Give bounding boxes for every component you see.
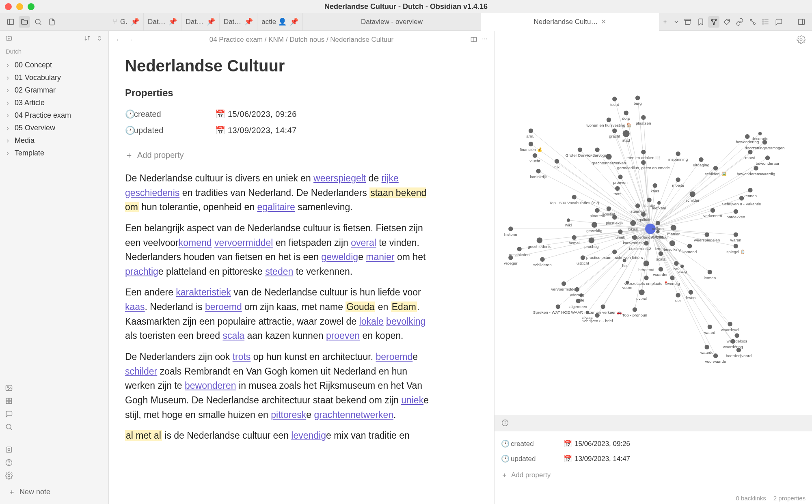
graph-node[interactable] — [612, 128, 617, 133]
graph-node[interactable] — [595, 147, 599, 152]
note-body[interactable]: De Nederlandse cultuur is divers en unie… — [125, 171, 437, 443]
graph-node[interactable] — [595, 313, 599, 317]
graph-node[interactable] — [748, 150, 752, 154]
graph-node[interactable] — [517, 247, 521, 251]
chat-icon[interactable] — [3, 408, 15, 420]
settings-icon[interactable] — [3, 470, 15, 481]
graph-node[interactable] — [754, 166, 758, 170]
link[interactable]: geschiedenis — [125, 187, 179, 198]
link[interactable]: beroemd — [376, 351, 413, 362]
graph-node[interactable] — [708, 325, 712, 329]
graph-node[interactable] — [635, 203, 640, 208]
graph-node[interactable] — [508, 226, 513, 231]
graph-node[interactable] — [641, 150, 646, 154]
graph-node[interactable] — [607, 206, 611, 211]
graph-node[interactable] — [607, 117, 611, 122]
image-icon[interactable] — [3, 382, 15, 394]
graph-node[interactable] — [653, 183, 657, 188]
folder-item[interactable]: ›05 Overview — [3, 122, 105, 134]
link[interactable]: trots — [233, 351, 251, 362]
graph-node[interactable] — [687, 244, 692, 248]
graph-node[interactable] — [676, 151, 680, 156]
graph-node[interactable] — [731, 339, 735, 343]
graph-node[interactable] — [641, 160, 646, 165]
tag-icon[interactable] — [721, 16, 732, 28]
graph-node[interactable] — [618, 174, 622, 179]
graph-node[interactable] — [690, 191, 695, 197]
link[interactable]: overal — [351, 237, 376, 248]
new-tab-icon[interactable]: ＋ — [659, 16, 671, 28]
graph-node[interactable] — [657, 201, 661, 205]
graph-node[interactable] — [748, 188, 752, 192]
graph-node[interactable] — [572, 195, 577, 199]
graph-node[interactable] — [529, 142, 533, 146]
graph-node[interactable] — [734, 244, 738, 248]
graph-node[interactable] — [626, 281, 629, 284]
graph-node[interactable] — [644, 261, 649, 266]
files-icon[interactable] — [19, 16, 30, 28]
graph-node[interactable] — [595, 208, 599, 213]
graph-node[interactable] — [529, 128, 533, 133]
graph-node[interactable] — [592, 222, 597, 228]
graph-node[interactable] — [633, 307, 637, 312]
pinned-tab[interactable]: ⑂ G. 📌 — [109, 13, 144, 31]
graph-node[interactable] — [537, 237, 542, 243]
graph-node[interactable] — [656, 230, 660, 234]
graph-node[interactable] — [656, 221, 660, 225]
folder-item[interactable]: ›00 Concept — [3, 59, 105, 71]
graph-settings-icon[interactable] — [797, 35, 806, 44]
vault-icon[interactable] — [3, 444, 15, 455]
graph-node[interactable] — [734, 209, 738, 214]
graph-node[interactable] — [624, 110, 628, 115]
property-row[interactable]: 🕐 updated 📅 13/09/2023, 14:47 — [501, 451, 806, 466]
graph-node[interactable] — [745, 134, 749, 139]
graph-icon[interactable] — [708, 16, 719, 28]
graph-node[interactable] — [575, 287, 579, 291]
graph-node[interactable] — [713, 353, 718, 358]
right-sidebar-toggle-icon[interactable] — [796, 16, 807, 28]
nav-back-icon[interactable]: ← — [115, 36, 123, 44]
graph-node[interactable] — [589, 237, 594, 243]
graph-node[interactable] — [728, 322, 732, 326]
property-row[interactable]: 🕐 created 📅 15/06/2023, 09:26 — [125, 106, 437, 122]
graph-node[interactable] — [561, 281, 566, 286]
graph-node[interactable] — [615, 186, 620, 191]
new-file-icon[interactable] — [46, 16, 58, 28]
link[interactable]: steden — [265, 266, 293, 277]
graph-node[interactable] — [555, 159, 559, 164]
sort-icon[interactable] — [82, 33, 92, 43]
link[interactable]: komend — [179, 237, 212, 248]
link[interactable]: levendig — [291, 430, 326, 441]
close-tab-icon[interactable]: ✕ — [601, 18, 606, 26]
graph-node[interactable] — [578, 147, 582, 152]
graph-node[interactable] — [680, 265, 684, 268]
graph-node[interactable] — [586, 311, 590, 314]
graph-node[interactable] — [710, 208, 715, 213]
pinned-tab[interactable]: Dat… 📌 — [220, 13, 257, 31]
left-sidebar-toggle-icon[interactable] — [5, 16, 16, 28]
graph-node[interactable] — [705, 232, 709, 237]
graph-node[interactable] — [572, 235, 577, 240]
link[interactable]: kaas — [125, 302, 145, 312]
new-note-button[interactable]: ＋ New note — [3, 483, 105, 501]
graph-node[interactable] — [533, 153, 537, 158]
graph-node[interactable] — [705, 345, 709, 349]
graph-node[interactable] — [567, 218, 570, 222]
more-icon[interactable]: ⋯ — [482, 36, 488, 44]
graph-node[interactable] — [540, 257, 544, 262]
graph-node[interactable] — [635, 95, 640, 100]
info-icon[interactable] — [501, 419, 509, 427]
breadcrumb[interactable]: 04 Practice exam / KNM / Dutch nous / Ne… — [136, 36, 466, 44]
outline-icon[interactable] — [760, 16, 771, 28]
graph-node[interactable] — [647, 198, 651, 202]
graph-node[interactable] — [612, 215, 617, 220]
graph-node[interactable] — [612, 250, 617, 254]
graph-node[interactable] — [623, 259, 626, 263]
property-row[interactable]: 🕐 created 📅 15/06/2023, 09:26 — [501, 436, 806, 451]
zoom-window[interactable] — [28, 3, 35, 10]
link[interactable]: proeven — [326, 330, 360, 341]
link[interactable]: beroemd — [205, 302, 242, 312]
graph-node[interactable] — [606, 154, 611, 159]
property-row[interactable]: 🕐 updated 📅 13/09/2023, 14:47 — [125, 122, 437, 138]
link[interactable]: lokale — [359, 316, 384, 327]
